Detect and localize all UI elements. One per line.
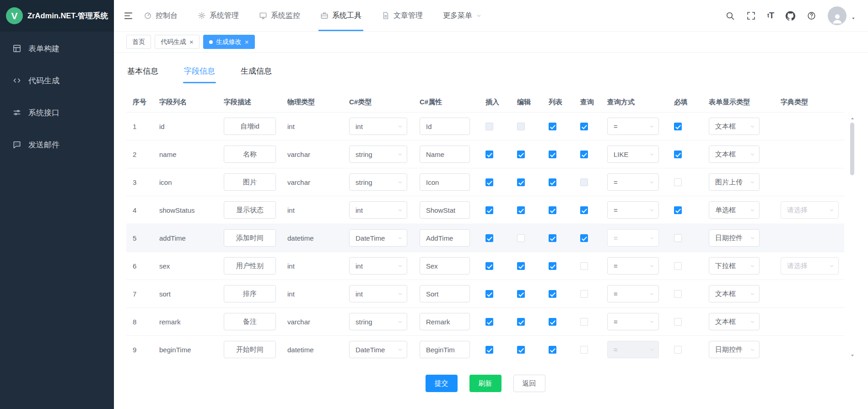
query-mode-select[interactable]: LIKE xyxy=(607,145,659,163)
tag-close-icon[interactable]: × xyxy=(189,38,194,45)
field-desc-input[interactable]: 排序 xyxy=(224,285,276,302)
topnav-item-more-menu[interactable]: 更多菜单 xyxy=(443,0,482,31)
display-type-select[interactable]: 图片上传 xyxy=(709,173,760,191)
edit-checkbox[interactable] xyxy=(517,206,525,214)
query-checkbox[interactable] xyxy=(580,318,588,326)
list-checkbox[interactable] xyxy=(549,262,556,270)
required-checkbox[interactable] xyxy=(674,178,682,186)
csharp-prop-input[interactable]: Id xyxy=(420,118,470,135)
avatar[interactable] xyxy=(828,6,846,25)
csharp-type-select[interactable]: int xyxy=(349,257,407,274)
tag-close-icon[interactable]: × xyxy=(245,38,249,45)
display-type-select[interactable]: 文本框 xyxy=(709,285,760,302)
csharp-prop-input[interactable]: AddTime xyxy=(420,229,470,247)
query-mode-select[interactable]: = xyxy=(607,257,659,274)
insert-checkbox[interactable] xyxy=(485,318,493,326)
required-checkbox[interactable] xyxy=(674,318,682,326)
list-checkbox[interactable] xyxy=(549,206,556,214)
query-mode-select[interactable]: = xyxy=(607,229,659,247)
tag-code-generation[interactable]: 代码生成× xyxy=(155,35,199,49)
insert-checkbox[interactable] xyxy=(485,234,493,242)
insert-checkbox[interactable] xyxy=(485,206,493,214)
required-checkbox[interactable] xyxy=(674,234,682,242)
help-icon[interactable] xyxy=(807,11,816,21)
field-desc-input[interactable]: 添加时间 xyxy=(224,229,276,247)
required-checkbox[interactable] xyxy=(674,123,682,130)
field-desc-input[interactable]: 开始时间 xyxy=(224,341,276,358)
search-icon[interactable] xyxy=(725,11,735,21)
list-checkbox[interactable] xyxy=(549,290,556,298)
edit-checkbox[interactable] xyxy=(517,234,525,242)
tab-basic-info[interactable]: 基本信息 xyxy=(126,62,159,83)
dict-type-select[interactable]: 请选择 xyxy=(781,201,839,219)
github-icon[interactable] xyxy=(786,11,795,21)
tab-generate-info[interactable]: 生成信息 xyxy=(240,62,273,83)
required-checkbox[interactable] xyxy=(674,290,682,298)
edit-checkbox[interactable] xyxy=(517,290,525,298)
sidebar-item-code-generation[interactable]: 代码生成 xyxy=(0,65,114,97)
csharp-prop-input[interactable]: Name xyxy=(420,145,470,163)
edit-checkbox[interactable] xyxy=(517,151,525,158)
edit-checkbox[interactable] xyxy=(517,178,525,186)
edit-checkbox[interactable] xyxy=(517,262,525,270)
query-checkbox[interactable] xyxy=(580,234,588,242)
list-checkbox[interactable] xyxy=(549,318,556,326)
query-checkbox[interactable] xyxy=(580,151,588,158)
dict-type-select[interactable]: 请选择 xyxy=(781,257,839,274)
field-desc-input[interactable]: 名称 xyxy=(224,145,276,163)
csharp-prop-input[interactable]: Remark xyxy=(420,313,470,330)
query-checkbox[interactable] xyxy=(580,290,588,298)
submit-button[interactable]: 提交 xyxy=(426,375,458,392)
insert-checkbox[interactable] xyxy=(485,178,493,186)
field-desc-input[interactable]: 自增id xyxy=(224,118,276,135)
csharp-type-select[interactable]: DateTime xyxy=(349,229,407,247)
csharp-type-select[interactable]: int xyxy=(349,201,407,219)
edit-checkbox[interactable] xyxy=(517,346,525,354)
display-type-select[interactable]: 下拉框 xyxy=(709,257,760,274)
required-checkbox[interactable] xyxy=(674,206,682,214)
query-checkbox[interactable] xyxy=(580,123,588,130)
query-mode-select[interactable]: = xyxy=(607,341,659,358)
topnav-item-system-tools[interactable]: 系统工具 xyxy=(320,0,361,31)
list-checkbox[interactable] xyxy=(549,178,556,186)
sidebar-item-system-api[interactable]: 系统接口 xyxy=(0,97,114,129)
csharp-prop-input[interactable]: Icon xyxy=(420,173,470,191)
tab-field-info[interactable]: 字段信息 xyxy=(183,62,216,83)
tag-generate-edit[interactable]: 生成修改× xyxy=(203,35,255,49)
scroll-up-icon[interactable] xyxy=(850,116,855,121)
query-checkbox[interactable] xyxy=(580,262,588,270)
csharp-prop-input[interactable]: Sort xyxy=(420,285,470,302)
topnav-item-system-manage[interactable]: 系统管理 xyxy=(198,0,239,31)
csharp-type-select[interactable]: int xyxy=(349,285,407,302)
query-mode-select[interactable]: = xyxy=(607,201,659,219)
query-checkbox[interactable] xyxy=(580,206,588,214)
insert-checkbox[interactable] xyxy=(485,346,493,354)
display-type-select[interactable]: 日期控件 xyxy=(709,229,760,247)
required-checkbox[interactable] xyxy=(674,151,682,158)
csharp-type-select[interactable]: string xyxy=(349,173,407,191)
topnav-item-article-manage[interactable]: 文章管理 xyxy=(382,0,423,31)
tag-home[interactable]: 首页 xyxy=(126,35,151,49)
display-type-select[interactable]: 文本框 xyxy=(709,118,760,135)
table-scrollbar[interactable] xyxy=(849,115,856,359)
scrollbar-thumb[interactable] xyxy=(850,123,854,175)
display-type-select[interactable]: 单选框 xyxy=(709,201,760,219)
required-checkbox[interactable] xyxy=(674,262,682,270)
csharp-type-select[interactable]: string xyxy=(349,145,407,163)
avatar-caret-icon[interactable] xyxy=(851,16,856,21)
field-desc-input[interactable]: 显示状态 xyxy=(224,201,276,219)
app-logo[interactable]: V ZrAdmin.NET-管理系统 xyxy=(0,0,114,32)
sidebar-item-send-mail[interactable]: 发送邮件 xyxy=(0,129,114,161)
fullscreen-icon[interactable] xyxy=(746,11,756,21)
query-mode-select[interactable]: = xyxy=(607,118,659,135)
query-mode-select[interactable]: = xyxy=(607,285,659,302)
display-type-select[interactable]: 文本框 xyxy=(709,145,760,163)
font-size-icon[interactable]: tT xyxy=(767,11,774,21)
menu-collapse-icon[interactable] xyxy=(123,11,134,21)
list-checkbox[interactable] xyxy=(549,123,556,130)
field-desc-input[interactable]: 用户性别 xyxy=(224,257,276,274)
list-checkbox[interactable] xyxy=(549,346,556,354)
refresh-button[interactable]: 刷新 xyxy=(469,375,501,392)
list-checkbox[interactable] xyxy=(549,234,556,242)
query-checkbox[interactable] xyxy=(580,178,588,186)
